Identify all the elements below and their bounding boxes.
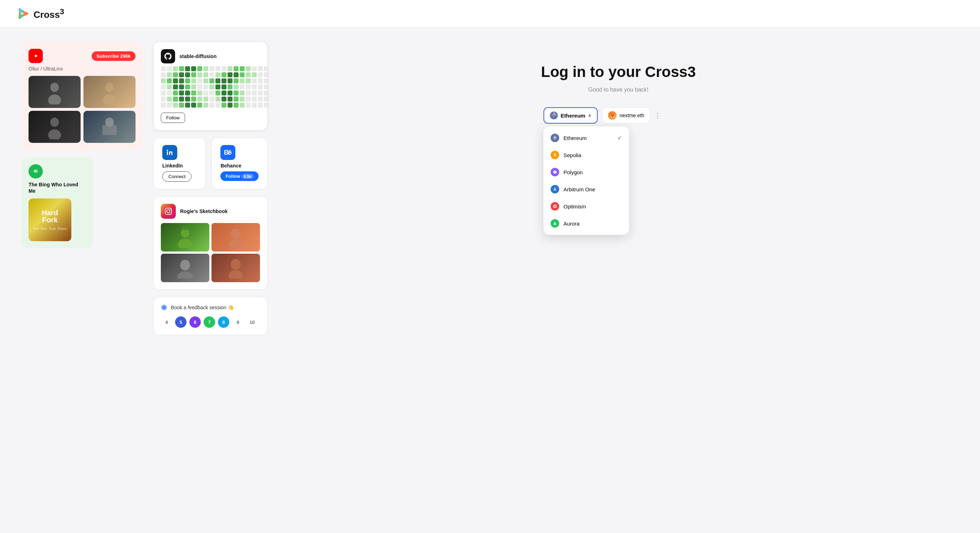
svg-point-9 <box>48 129 61 139</box>
chain-dropdown: Ethereum ✓ S Sepolia Polygon A <box>544 127 629 235</box>
svg-point-30 <box>229 270 243 279</box>
right-column: Log in to your Cross3 Good to have you b… <box>278 42 959 335</box>
linkedin-name: LinkedIn <box>162 163 183 168</box>
svg-point-23 <box>178 239 192 248</box>
svg-point-29 <box>231 259 241 270</box>
more-options-icon[interactable]: ⋮ <box>654 111 661 119</box>
spotify-icon <box>29 164 43 179</box>
svg-point-39 <box>554 206 555 207</box>
feedback-card: Book a feedback session 👋 4 5 6 7 8 9 10 <box>153 297 267 335</box>
svg-point-15 <box>167 150 168 151</box>
login-title: Log in to your Cross3 <box>541 63 696 81</box>
svg-point-6 <box>105 82 114 92</box>
eth-chain-icon <box>550 111 558 119</box>
page-9[interactable]: 9 <box>232 316 243 328</box>
header: Cross3 <box>0 0 980 27</box>
login-subtitle: Good to have you back! <box>589 87 649 93</box>
svg-point-4 <box>50 82 59 92</box>
feedback-text: Book a feedback session 👋 <box>171 305 234 310</box>
behance-name: Behance <box>220 163 241 168</box>
svg-point-7 <box>103 94 116 105</box>
spotify-card: The Bing Who Loved Me HardFork The New Y… <box>21 157 93 248</box>
insta-thumb-4 <box>212 254 260 282</box>
chain-option-polygon[interactable]: Polygon <box>544 163 629 181</box>
linkedin-connect-button[interactable]: Connect <box>162 171 191 182</box>
chain-chevron: ∧ <box>588 113 591 118</box>
instagram-name: Rogie's Sketchbook <box>180 208 228 214</box>
chain-option-arbitrum[interactable]: A Arbitrum One <box>544 181 629 198</box>
youtube-icon <box>29 49 43 63</box>
chain-option-aurora[interactable]: Aurora <box>544 215 629 232</box>
page-7[interactable]: 7 <box>204 316 215 328</box>
wallet-address-text: nextme.eth <box>619 113 644 118</box>
github-card: stable-diffusion Follow <box>153 42 267 130</box>
arbitrum-chain-dot: A <box>550 185 559 194</box>
behance-icon <box>220 145 235 160</box>
chain-optimism-label: Optimism <box>563 203 586 209</box>
svg-point-27 <box>180 260 190 270</box>
youtube-thumb-1 <box>29 76 81 108</box>
svg-rect-17 <box>229 150 231 151</box>
svg-marker-40 <box>553 222 557 225</box>
github-contribution-grid <box>161 66 269 108</box>
linkedin-card: LinkedIn Connect <box>153 138 206 189</box>
page-10[interactable]: 10 <box>247 316 258 328</box>
wallet-area: Ethereum ∧ 🦊 nextme.eth ⋮ <box>544 107 693 124</box>
chain-option-ethereum[interactable]: Ethereum ✓ <box>544 129 629 146</box>
podcast-album-art: HardFork The New York Times <box>29 198 71 241</box>
wallet-address[interactable]: 🦊 nextme.eth <box>602 107 650 124</box>
behance-follow-button[interactable]: Follow 6.5k <box>220 171 259 181</box>
main-content: Subscribe 296k Oliur / UltraLinx <box>0 27 980 349</box>
optimism-chain-dot <box>550 202 559 211</box>
feedback-dot <box>161 304 167 311</box>
chain-option-sepolia[interactable]: S Sepolia <box>544 146 629 163</box>
chain-selector[interactable]: Ethereum ∧ <box>544 107 598 124</box>
chain-sepolia-label: Sepolia <box>563 152 581 158</box>
social-platforms-row: LinkedIn Connect Behance Follow 6.5k <box>153 138 267 189</box>
page-4[interactable]: 4 <box>161 316 172 328</box>
svg-point-1 <box>21 12 24 15</box>
chain-aurora-label: Aurora <box>563 220 579 227</box>
insta-thumb-2 <box>212 223 260 252</box>
svg-point-8 <box>50 117 59 127</box>
github-follow-button[interactable]: Follow <box>161 113 185 123</box>
svg-marker-37 <box>553 170 557 174</box>
selected-checkmark: ✓ <box>617 135 622 141</box>
svg-point-26 <box>229 240 243 248</box>
page-5[interactable]: 5 <box>175 316 186 328</box>
pagination: 4 5 6 7 8 9 10 <box>161 316 260 328</box>
logo-text: Cross3 <box>33 7 64 20</box>
svg-rect-14 <box>167 151 168 155</box>
svg-point-25 <box>231 228 241 239</box>
behance-count-badge: 6.5k <box>242 174 253 179</box>
logo-icon <box>14 6 30 21</box>
spotify-track-title: The Bing Who Loved Me <box>29 181 86 194</box>
youtube-thumbnails <box>29 76 135 143</box>
chain-polygon-label: Polygon <box>563 169 583 175</box>
youtube-thumb-4 <box>83 111 135 143</box>
center-column: stable-diffusion Follow <box>153 42 267 335</box>
svg-point-20 <box>170 209 170 209</box>
chain-arbitrum-label: Arbitrum One <box>563 186 595 192</box>
github-icon <box>161 49 175 63</box>
page-8[interactable]: 8 <box>218 316 229 328</box>
insta-thumb-1 <box>161 223 209 252</box>
insta-thumb-3 <box>161 254 209 282</box>
left-column: Subscribe 296k Oliur / UltraLinx <box>21 42 143 335</box>
svg-rect-24 <box>182 227 188 230</box>
behance-card: Behance Follow 6.5k <box>212 138 267 189</box>
youtube-thumb-3 <box>29 111 81 143</box>
github-username: stable-diffusion <box>180 54 216 59</box>
instagram-icon <box>161 204 176 219</box>
linkedin-icon <box>162 145 177 160</box>
chain-option-optimism[interactable]: Optimism <box>544 198 629 215</box>
ethereum-chain-dot <box>550 133 559 142</box>
sepolia-chain-dot: S <box>550 151 559 159</box>
svg-point-11 <box>105 117 114 127</box>
chain-name: Ethereum <box>561 113 585 119</box>
channel-name: Oliur / UltraLinx <box>29 66 135 71</box>
subscribe-button[interactable]: Subscribe 296k <box>92 51 135 61</box>
aurora-chain-dot <box>550 219 559 228</box>
wallet-avatar: 🦊 <box>608 111 617 120</box>
page-6[interactable]: 6 <box>189 316 201 328</box>
